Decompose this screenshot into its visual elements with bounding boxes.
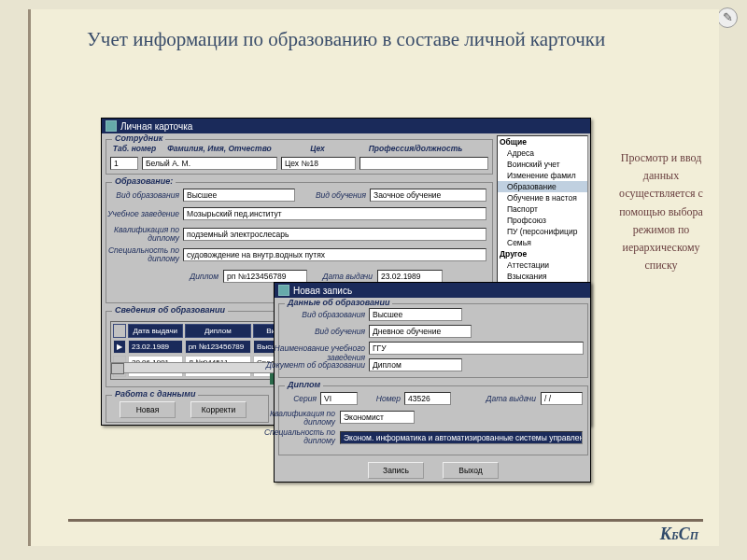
- inp-sub-spec[interactable]: Эконом. информатика и автоматизированные…: [340, 431, 583, 444]
- panel-subdata: Данные об образовании Вид образования Вы…: [278, 303, 588, 378]
- tree-item[interactable]: Семья: [498, 237, 587, 248]
- val-workshop[interactable]: Цех №18: [281, 157, 356, 170]
- val-tabno[interactable]: 1: [110, 157, 138, 170]
- slide-corner-icon: ✎: [717, 7, 738, 28]
- col-profession: Профессия/должность: [355, 144, 476, 153]
- app-icon: [106, 120, 117, 132]
- tree-group-general[interactable]: Общие: [498, 136, 587, 147]
- inp-vid-obuch[interactable]: Заочное обучение: [370, 189, 486, 202]
- side-caption: Просмотр и ввод данных осуществляется с …: [614, 149, 708, 274]
- inp-seria[interactable]: VI: [320, 392, 358, 405]
- panel-work-legend: Работа с данными: [112, 389, 198, 399]
- inp-sub-vidobuch[interactable]: Дневное обучение: [369, 325, 472, 338]
- lbl-vid-obr: Вид образования: [106, 190, 179, 200]
- divider: [68, 519, 703, 522]
- panel-work: Работа с данными Новая Корректи: [106, 395, 269, 423]
- window-title: Новая запись: [293, 286, 352, 296]
- panel-subdiploma: Диплом Серия VI Номер 43526 Дата выдачи …: [278, 385, 588, 455]
- lbl-data-vyd: Дата выдачи: [317, 272, 373, 281]
- titlebar-sub[interactable]: Новая запись: [275, 283, 590, 298]
- tree-item[interactable]: Адреса: [498, 147, 587, 159]
- inp-sub-uchzav[interactable]: ГГУ: [369, 342, 584, 355]
- lbl-sub-vidobuch: Вид обучения: [279, 327, 365, 336]
- save-button[interactable]: Запись: [368, 462, 424, 479]
- exit-button[interactable]: Выход: [443, 462, 499, 479]
- lbl-sub-doc: Документ об образовании: [251, 360, 365, 370]
- tree-item[interactable]: ПУ (персонифицир: [498, 226, 587, 237]
- tree-item[interactable]: Паспорт: [498, 203, 587, 215]
- slide: Учет информации по образованию в составе…: [28, 9, 719, 546]
- new-button[interactable]: Новая: [120, 401, 176, 418]
- lbl-spec: Специальность по диплому: [106, 246, 179, 262]
- lbl-diplom: Диплом: [181, 272, 218, 281]
- lbl-nomer: Номер: [368, 394, 401, 403]
- inp-uchzav[interactable]: Мозырьский пед.институт: [183, 207, 486, 220]
- lbl-uchzav: Учебное заведение: [106, 209, 179, 218]
- inp-diplom[interactable]: рп №123456789: [223, 270, 307, 283]
- lbl-subdata: Дата выдачи: [485, 394, 536, 403]
- tree-item-selected[interactable]: Образование: [498, 181, 587, 192]
- inp-vid-obr[interactable]: Высшее: [183, 189, 295, 202]
- window-title: Личная карточка: [120, 121, 192, 132]
- th-date: Дата выдачи: [128, 324, 183, 338]
- inp-data-vyd[interactable]: 23.02.1989: [377, 270, 443, 283]
- lbl-sub-spec: Специальность по диплому: [261, 428, 335, 444]
- th-diplom: Диплом: [185, 324, 251, 338]
- tree-item[interactable]: Обучение в настоя: [498, 192, 587, 203]
- window-new-record: Новая запись Данные об образовании Вид о…: [274, 282, 591, 483]
- inp-spec[interactable]: судовождение на внутр.водных путях: [183, 248, 486, 261]
- panel-education-legend: Образование:: [112, 176, 176, 186]
- tree-item[interactable]: Аттестации: [498, 259, 587, 271]
- val-fio[interactable]: Белый А. М.: [142, 157, 277, 170]
- tree-group-other[interactable]: Другое: [498, 248, 587, 259]
- inp-subdata[interactable]: / /: [541, 392, 583, 405]
- correct-button[interactable]: Корректи: [190, 401, 247, 418]
- lbl-vid-obuch: Вид обучения: [303, 190, 366, 200]
- tree-item[interactable]: Воинский учет: [498, 159, 587, 170]
- inp-nomer[interactable]: 43526: [404, 392, 451, 405]
- col-fio: Фамилия, Имя, Отчество: [159, 144, 280, 153]
- slide-title: Учет информации по образованию в составе…: [31, 9, 719, 63]
- inp-kvalif[interactable]: подземный электрослесарь: [183, 228, 486, 241]
- titlebar-main[interactable]: Личная карточка: [102, 119, 590, 133]
- lbl-sub-uchzav: Наименование учебного заведения: [242, 343, 365, 362]
- panel-subdiploma-legend: Диплом: [285, 380, 323, 389]
- col-workshop: Цех: [280, 144, 355, 153]
- lbl-seria: Серия: [289, 394, 317, 403]
- col-tabno: Таб. номер: [110, 144, 159, 153]
- panel-employee-legend: Сотрудник: [112, 133, 165, 143]
- val-profession[interactable]: [359, 157, 488, 170]
- lbl-sub-kvalif: Квалификация по диплому: [261, 410, 335, 426]
- app-icon: [278, 285, 289, 296]
- tree-item[interactable]: Взыскания: [498, 271, 587, 282]
- logo: КБСП: [660, 525, 698, 544]
- tree-item[interactable]: Изменение фамил: [498, 170, 587, 181]
- inp-sub-kvalif[interactable]: Экономист: [340, 411, 415, 424]
- panel-employee: Сотрудник Таб. номер Фамилия, Имя, Отчес…: [106, 139, 493, 175]
- inp-sub-doc[interactable]: Диплом: [369, 358, 462, 371]
- inp-sub-vidobr[interactable]: Высшее: [369, 308, 462, 321]
- tree-item[interactable]: Профсоюз: [498, 215, 587, 226]
- lbl-kvalif: Квалификация по диплому: [106, 226, 179, 242]
- lbl-sub-vidobr: Вид образования: [279, 310, 365, 319]
- panel-subdata-legend: Данные об образовании: [285, 298, 392, 307]
- panel-history-legend: Сведения об образовании: [112, 305, 228, 315]
